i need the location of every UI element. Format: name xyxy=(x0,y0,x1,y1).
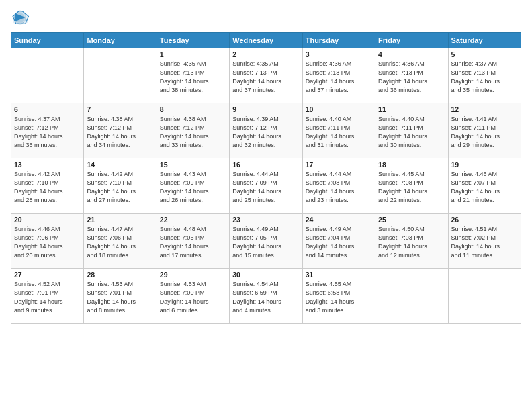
day-number: 30 xyxy=(232,271,299,279)
header-thursday: Thursday xyxy=(302,33,375,48)
day-info: Sunrise: 4:48 AMSunset: 7:05 PMDaylight:… xyxy=(160,225,226,260)
week-row-5: 27Sunrise: 4:52 AMSunset: 7:01 PMDayligh… xyxy=(11,269,521,324)
calendar-cell: 16Sunrise: 4:44 AMSunset: 7:09 PMDayligh… xyxy=(230,158,302,214)
calendar-cell: 27Sunrise: 4:52 AMSunset: 7:01 PMDayligh… xyxy=(11,269,84,324)
day-info: Sunrise: 4:49 AMSunset: 7:05 PMDaylight:… xyxy=(232,225,299,260)
day-number: 19 xyxy=(451,161,518,169)
header-friday: Friday xyxy=(375,33,448,48)
calendar-cell xyxy=(375,269,448,324)
day-info: Sunrise: 4:38 AMSunset: 7:12 PMDaylight:… xyxy=(87,115,153,150)
day-number: 16 xyxy=(232,161,299,169)
day-info: Sunrise: 4:43 AMSunset: 7:09 PMDaylight:… xyxy=(160,170,226,205)
day-info: Sunrise: 4:52 AMSunset: 7:01 PMDaylight:… xyxy=(14,280,81,315)
day-info: Sunrise: 4:42 AMSunset: 7:10 PMDaylight:… xyxy=(14,170,81,205)
calendar-cell: 12Sunrise: 4:41 AMSunset: 7:11 PMDayligh… xyxy=(448,103,521,158)
week-row-1: 1Sunrise: 4:35 AMSunset: 7:13 PMDaylight… xyxy=(11,48,521,103)
week-row-2: 6Sunrise: 4:37 AMSunset: 7:12 PMDaylight… xyxy=(11,103,521,158)
calendar-cell: 28Sunrise: 4:53 AMSunset: 7:01 PMDayligh… xyxy=(84,269,157,324)
day-info: Sunrise: 4:46 AMSunset: 7:07 PMDaylight:… xyxy=(451,170,518,205)
day-info: Sunrise: 4:38 AMSunset: 7:12 PMDaylight:… xyxy=(160,115,226,150)
day-number: 27 xyxy=(14,271,81,279)
week-row-3: 13Sunrise: 4:42 AMSunset: 7:10 PMDayligh… xyxy=(11,158,521,214)
day-number: 24 xyxy=(306,216,372,224)
logo xyxy=(11,8,32,27)
calendar-cell: 13Sunrise: 4:42 AMSunset: 7:10 PMDayligh… xyxy=(11,158,84,214)
day-number: 12 xyxy=(451,105,518,113)
day-number: 28 xyxy=(87,271,153,279)
day-number: 20 xyxy=(14,216,81,224)
week-row-4: 20Sunrise: 4:46 AMSunset: 7:06 PMDayligh… xyxy=(11,214,521,269)
day-info: Sunrise: 4:35 AMSunset: 7:13 PMDaylight:… xyxy=(160,60,226,95)
day-number: 18 xyxy=(378,161,445,169)
calendar-cell: 23Sunrise: 4:49 AMSunset: 7:05 PMDayligh… xyxy=(230,214,302,269)
calendar-cell: 6Sunrise: 4:37 AMSunset: 7:12 PMDaylight… xyxy=(11,103,84,158)
calendar-cell: 4Sunrise: 4:36 AMSunset: 7:13 PMDaylight… xyxy=(375,48,448,103)
day-info: Sunrise: 4:51 AMSunset: 7:02 PMDaylight:… xyxy=(451,225,518,260)
header-tuesday: Tuesday xyxy=(157,33,229,48)
day-number: 22 xyxy=(160,216,226,224)
calendar-cell: 1Sunrise: 4:35 AMSunset: 7:13 PMDaylight… xyxy=(157,48,229,103)
day-info: Sunrise: 4:40 AMSunset: 7:11 PMDaylight:… xyxy=(306,115,372,150)
day-number: 14 xyxy=(87,161,153,169)
calendar-cell: 2Sunrise: 4:35 AMSunset: 7:13 PMDaylight… xyxy=(230,48,302,103)
day-info: Sunrise: 4:37 AMSunset: 7:13 PMDaylight:… xyxy=(451,60,518,95)
day-number: 3 xyxy=(306,50,372,58)
calendar-cell: 24Sunrise: 4:49 AMSunset: 7:04 PMDayligh… xyxy=(302,214,375,269)
day-number: 31 xyxy=(306,271,372,279)
calendar-cell: 15Sunrise: 4:43 AMSunset: 7:09 PMDayligh… xyxy=(157,158,229,214)
day-info: Sunrise: 4:50 AMSunset: 7:03 PMDaylight:… xyxy=(378,225,445,260)
day-info: Sunrise: 4:37 AMSunset: 7:12 PMDaylight:… xyxy=(14,115,81,150)
header-saturday: Saturday xyxy=(448,33,521,48)
header-sunday: Sunday xyxy=(11,33,84,48)
day-number: 21 xyxy=(87,216,153,224)
day-info: Sunrise: 4:53 AMSunset: 7:01 PMDaylight:… xyxy=(87,280,153,315)
page: SundayMondayTuesdayWednesdayThursdayFrid… xyxy=(0,0,532,411)
calendar-cell: 19Sunrise: 4:46 AMSunset: 7:07 PMDayligh… xyxy=(448,158,521,214)
calendar-cell: 31Sunrise: 4:55 AMSunset: 6:58 PMDayligh… xyxy=(302,269,375,324)
day-number: 5 xyxy=(451,50,518,58)
day-info: Sunrise: 4:35 AMSunset: 7:13 PMDaylight:… xyxy=(232,60,299,95)
day-number: 9 xyxy=(232,105,299,113)
day-info: Sunrise: 4:42 AMSunset: 7:10 PMDaylight:… xyxy=(87,170,153,205)
day-number: 29 xyxy=(160,271,226,279)
day-info: Sunrise: 4:46 AMSunset: 7:06 PMDaylight:… xyxy=(14,225,81,260)
calendar-cell: 25Sunrise: 4:50 AMSunset: 7:03 PMDayligh… xyxy=(375,214,448,269)
day-number: 11 xyxy=(378,105,445,113)
day-number: 26 xyxy=(451,216,518,224)
day-number: 7 xyxy=(87,105,153,113)
calendar-cell: 14Sunrise: 4:42 AMSunset: 7:10 PMDayligh… xyxy=(84,158,157,214)
calendar-cell xyxy=(448,269,521,324)
logo-icon xyxy=(11,8,30,27)
calendar-cell: 26Sunrise: 4:51 AMSunset: 7:02 PMDayligh… xyxy=(448,214,521,269)
day-number: 13 xyxy=(14,161,81,169)
day-info: Sunrise: 4:36 AMSunset: 7:13 PMDaylight:… xyxy=(306,60,372,95)
calendar-cell xyxy=(84,48,157,103)
calendar-cell: 30Sunrise: 4:54 AMSunset: 6:59 PMDayligh… xyxy=(230,269,302,324)
day-number: 17 xyxy=(306,161,372,169)
calendar-cell: 21Sunrise: 4:47 AMSunset: 7:06 PMDayligh… xyxy=(84,214,157,269)
day-number: 23 xyxy=(232,216,299,224)
calendar-cell: 17Sunrise: 4:44 AMSunset: 7:08 PMDayligh… xyxy=(302,158,375,214)
day-info: Sunrise: 4:36 AMSunset: 7:13 PMDaylight:… xyxy=(378,60,445,95)
calendar-cell xyxy=(11,48,84,103)
day-number: 6 xyxy=(14,105,81,113)
calendar-cell: 5Sunrise: 4:37 AMSunset: 7:13 PMDaylight… xyxy=(448,48,521,103)
calendar-cell: 8Sunrise: 4:38 AMSunset: 7:12 PMDaylight… xyxy=(157,103,229,158)
calendar-cell: 18Sunrise: 4:45 AMSunset: 7:08 PMDayligh… xyxy=(375,158,448,214)
day-info: Sunrise: 4:47 AMSunset: 7:06 PMDaylight:… xyxy=(87,225,153,260)
calendar-cell: 11Sunrise: 4:40 AMSunset: 7:11 PMDayligh… xyxy=(375,103,448,158)
header-monday: Monday xyxy=(84,33,157,48)
day-info: Sunrise: 4:54 AMSunset: 6:59 PMDaylight:… xyxy=(232,280,299,315)
day-number: 15 xyxy=(160,161,226,169)
header xyxy=(11,8,521,27)
calendar-cell: 29Sunrise: 4:53 AMSunset: 7:00 PMDayligh… xyxy=(157,269,229,324)
day-number: 2 xyxy=(232,50,299,58)
calendar-header-row: SundayMondayTuesdayWednesdayThursdayFrid… xyxy=(11,33,521,48)
calendar-cell: 9Sunrise: 4:39 AMSunset: 7:12 PMDaylight… xyxy=(230,103,302,158)
calendar-cell: 10Sunrise: 4:40 AMSunset: 7:11 PMDayligh… xyxy=(302,103,375,158)
day-number: 8 xyxy=(160,105,226,113)
day-info: Sunrise: 4:39 AMSunset: 7:12 PMDaylight:… xyxy=(232,115,299,150)
day-info: Sunrise: 4:40 AMSunset: 7:11 PMDaylight:… xyxy=(378,115,445,150)
day-info: Sunrise: 4:55 AMSunset: 6:58 PMDaylight:… xyxy=(306,280,372,315)
day-info: Sunrise: 4:44 AMSunset: 7:09 PMDaylight:… xyxy=(232,170,299,205)
